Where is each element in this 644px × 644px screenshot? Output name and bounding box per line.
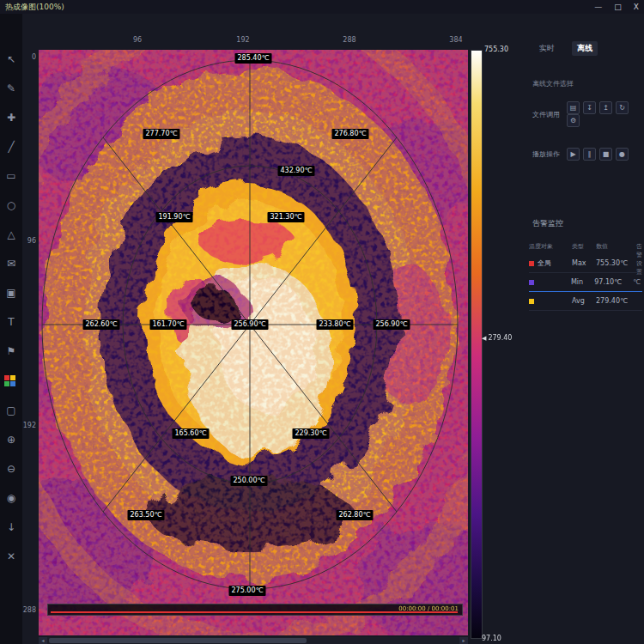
line-tool-icon[interactable]: ╱ [4,141,18,153]
titlebar: 热成像图(100%) — □ X [0,0,644,14]
pause-icon[interactable]: ∥ [583,148,596,161]
file-actions-label: 文件调用 [532,110,560,119]
timeline-time: 00:00:00 / 00:00:01 [398,605,459,612]
tab-offline[interactable]: 离线 [572,41,598,56]
pen-tool-icon[interactable]: ✎ [4,82,18,94]
minimize-button[interactable]: — [594,3,602,11]
temperature-annotation[interactable]: 432.90℃ [278,166,315,176]
region-tool-icon[interactable]: ✉ [4,258,18,270]
temperature-annotation[interactable]: 276.80℃ [332,129,369,139]
temperature-annotation[interactable]: 256.90℃ [232,319,269,330]
refresh-icon[interactable]: ↻ [616,101,629,114]
color-scale-bar [471,50,483,639]
ruler-left-number: 0 [32,53,36,61]
alarm-type-cell: Avg [572,297,596,305]
delete-tool-icon[interactable]: ✕ [4,550,18,562]
thermal-canvas[interactable]: 285.40℃277.70℃276.80℃432.90℃191.90℃321.3… [39,50,468,635]
ruler-left-number: 96 [27,237,36,245]
temperature-annotation[interactable]: 161.70℃ [150,319,187,330]
mode-tabs: 实时 离线 [534,41,598,56]
export-icon[interactable]: ↥ [599,101,612,114]
playback-actions-label: 播放操作 [532,149,560,159]
move-tool-icon[interactable]: ✚ [4,112,18,124]
ruler-top-number: 192 [236,36,249,44]
cube-tool-icon[interactable]: ▣ [4,287,18,299]
temperature-annotation[interactable]: 165.60℃ [173,428,210,439]
window-title: 热成像图(100%) [5,2,64,13]
left-toolbar: ↖✎✚╱▭○△✉▣T⚑▢⊕⊖◉↓✕ [0,14,22,644]
ruler-left: 096192288 [22,50,38,637]
temperature-annotation[interactable]: 250.00℃ [231,476,268,486]
flag-tool-icon[interactable]: ⚑ [4,345,18,357]
temperature-annotation[interactable]: 262.80℃ [337,510,374,520]
timeline-progress[interactable] [51,611,458,613]
annotation-layer: 285.40℃277.70℃276.80℃432.90℃191.90℃321.3… [39,50,468,635]
playback-actions-icons: ▶∥■● [563,148,629,161]
alarm-row[interactable]: Min97.10℃℃ [529,273,642,292]
alarm-table-body: 全局Max755.30℃Min97.10℃℃Avg279.40℃ [529,254,642,311]
temperature-annotation[interactable]: 275.00℃ [229,586,266,596]
stop-icon[interactable]: ■ [599,148,612,161]
ruler-left-number: 288 [23,606,36,614]
file-actions-icons: ▤↧↥↻⚙ [563,101,642,127]
alarm-value-cell: 97.10℃ [594,278,633,286]
frame-tool-icon[interactable]: ▢ [4,404,18,416]
series-color-dot [529,261,534,266]
temperature-annotation[interactable]: 277.70℃ [143,129,180,139]
series-color-dot [529,280,534,285]
alarm-row[interactable]: Avg279.40℃ [529,292,642,311]
record-icon[interactable]: ● [616,148,629,161]
play-icon[interactable]: ▶ [567,148,580,161]
offline-file-hint: 离线文件选择 [532,79,574,88]
snapshot-tool-icon[interactable]: ◉ [4,492,18,504]
marker-triangle-icon: ◀ [482,335,486,342]
alarm-value-cell: 279.40℃ [596,297,635,305]
color-scale-marker[interactable]: ◀279.40 [482,334,512,342]
scroll-left-icon[interactable]: ◂ [39,637,47,644]
rect-tool-icon[interactable]: ▭ [4,170,18,182]
alarm-setting-cell: ℃ [633,278,642,286]
zoom-in-tool-icon[interactable]: ⊕ [4,434,18,446]
temperature-annotation[interactable]: 229.30℃ [293,428,330,439]
pointer-tool-icon[interactable]: ↖ [4,53,18,65]
alarm-row[interactable]: 全局Max755.30℃ [529,254,642,273]
settings-icon[interactable]: ⚙ [567,114,580,127]
polygon-tool-icon[interactable]: △ [4,228,18,240]
temperature-annotation[interactable]: 233.80℃ [317,319,354,330]
color-scale-min: 97.10 [482,635,501,642]
ruler-top-number: 288 [343,36,355,44]
color-scale-marker-value: 279.40 [488,334,512,342]
tab-realtime[interactable]: 实时 [534,41,560,56]
temperature-annotation[interactable]: 321.30℃ [268,212,305,222]
ruler-top-number: 96 [133,36,142,44]
temperature-annotation[interactable]: 262.60℃ [83,319,120,330]
save-icon[interactable]: ↧ [583,101,596,114]
series-color-dot [529,299,534,304]
palette-tool-icon[interactable] [4,374,18,387]
alarm-type-cell: Min [571,278,594,286]
temperature-annotation[interactable]: 263.50℃ [128,510,165,520]
horizontal-scrollbar[interactable]: ◂ ▸ [39,637,468,644]
alarm-value-cell: 755.30℃ [596,259,635,267]
right-panel: 实时 离线 离线文件选择 文件调用 ▤↧↥↻⚙ 播放操作 ▶∥■● 告警监控 温… [515,34,644,644]
ellipse-tool-icon[interactable]: ○ [4,199,18,211]
maximize-button[interactable]: □ [614,3,622,11]
alarm-section-title: 告警监控 [532,218,563,229]
ruler-top: 96192288384 [39,36,468,48]
ruler-left-number: 192 [23,422,36,429]
download-tool-icon[interactable]: ↓ [4,521,18,533]
color-scale-max: 755.30 [484,46,508,53]
playback-actions-row: 播放操作 ▶∥■● [532,148,642,161]
text-tool-icon[interactable]: T [4,316,18,328]
scroll-right-icon[interactable]: ▸ [459,637,468,644]
temperature-annotation[interactable]: 256.90℃ [374,319,410,330]
close-button[interactable]: X [634,3,639,11]
alarm-object-cell: 全局 [538,258,572,268]
zoom-out-tool-icon[interactable]: ⊖ [4,463,18,475]
timeline-bar[interactable]: 00:00:00 / 00:00:01 [47,604,463,616]
temperature-annotation[interactable]: 191.90℃ [156,212,193,222]
scrollbar-thumb[interactable] [49,638,307,643]
open-file-icon[interactable]: ▤ [567,101,580,114]
temperature-annotation[interactable]: 285.40℃ [235,53,272,64]
file-actions-row: 文件调用 ▤↧↥↻⚙ [532,101,642,127]
